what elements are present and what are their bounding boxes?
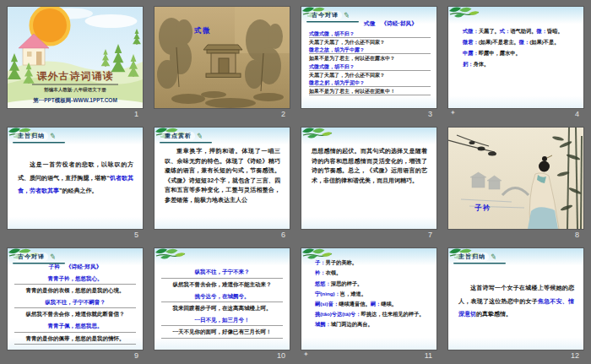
paragraph-body: 思想感情的起伏。而其句式的选择又是随着诗的内容和思想感情而灵活变化的，增强了诗的… [312, 146, 427, 185]
paragraph-segment: 的真挚感情。 [476, 310, 512, 317]
annotation-segment: 继续通音信。 [339, 301, 371, 307]
annotation-line: 中露：即露中，露水中。 [463, 48, 578, 59]
section-header: 主旨归纳✎ [455, 253, 496, 262]
poem-line: 青青的是你的佩带，悠悠的是我的情怀。 [14, 332, 136, 344]
cover-title: 课外古诗词诵读 [8, 69, 143, 83]
slide-content: 思想感情的起伏。而其句式的选择又是随着诗的内容和思想感情而灵活变化的，增强了诗的… [301, 128, 436, 229]
animation-indicator-icon: ✦ [303, 350, 309, 358]
slide-footer: 1 [8, 108, 143, 119]
section-header-label: 主旨归纳 [14, 132, 48, 141]
annotation-line: 躬：身体。 [463, 58, 578, 69]
header-underline [160, 142, 212, 143]
poem-line: 一天不见你的面呵，好像已有三月长呵！ [161, 326, 283, 338]
ink-painting-lady [448, 128, 583, 229]
annotation-segment: 天黑了。 [479, 29, 500, 35]
slide-footer: 8 [448, 229, 583, 240]
slide-cell: 式微：天黑了。式：语气助词。微：昏暗。微君：(如果)不是君主。微：(如果)不是。… [448, 7, 583, 120]
slide-footer: ✦4 [448, 108, 583, 119]
section-header-label: 重点赏析 [161, 132, 195, 141]
paragraph-segment: ”的经典之作。 [59, 187, 98, 193]
slide-content: 子：男子的美称。衿：衣领。悠悠：深思的样子。宁(nìng)：岂，难道。嗣(sì)… [301, 248, 436, 350]
slide-footer: ✦11 [301, 350, 436, 361]
slide-thumbnail-5[interactable]: 主旨归纳✎这是一首劳役者的悲歌，以咏叹的方式、质问的语气，直抒胸臆，堪称“饥者歌… [8, 128, 143, 229]
animation-indicator-icon: ✦ [450, 109, 456, 117]
annotation-segment: (如果)不是。 [529, 39, 559, 45]
annotation-segment: 语气助词。 [510, 29, 536, 35]
annotation-segment: 微： [519, 39, 530, 45]
slide-thumbnail-11[interactable]: 子：男子的美称。衿：衣领。悠悠：深思的样子。宁(nìng)：岂，难道。嗣(sì)… [301, 248, 436, 350]
slide-footer: 2 [155, 108, 290, 119]
slide-thumbnail-9[interactable]: 古今对译✎子衿 《诗经·郑风》青青子衿，悠悠我心。青青的是你的衣领，悠悠的是我的… [8, 248, 143, 350]
annotation-segment: 式： [500, 29, 511, 35]
slide-thumbnail-12[interactable]: 主旨归纳✎这首诗写一个女子在城楼上等候她的恋人，表现了这位热恋中的女子焦急不安、… [448, 248, 583, 350]
slide-thumbnail-2[interactable]: 式微 [155, 7, 290, 108]
pencil-icon: ✎ [49, 252, 57, 262]
slide-sorter-grid: 课外古诗词诵读部编本人教版·八年级语文下册第一PPT模板网-WWW.1PPT.C… [0, 0, 591, 361]
translation-body: 子衿 《诗经·郑风》青青子衿，悠悠我心。青青的是你的衣领，悠悠的是我的心境。纵我… [8, 263, 143, 345]
slide-thumbnail-8[interactable]: 子衿 [448, 128, 583, 229]
poem-line: 微君之故，胡为乎中露？ [309, 46, 431, 54]
poem-line: 天黑了天黑了，为什么还不回家？ [309, 71, 431, 79]
annotation-segment: 男子的美称。 [326, 260, 358, 266]
poem-line: 青青的是你的衣领，悠悠的是我的心境。 [14, 285, 136, 296]
cover-subtitle: 部编本人教版·八年级语文下册 [8, 87, 143, 94]
poem-line: 如果不是为了君主，何以还在泥浆中！ [309, 87, 431, 95]
slide-thumbnail-4[interactable]: 式微：天黑了。式：语气助词。微：昏暗。微君：(如果)不是君主。微：(如果)不是。… [448, 7, 583, 108]
slide-number: 9 [134, 351, 138, 360]
leaf-decoration-icon [155, 248, 187, 263]
slide-content: 主旨归纳✎这是一首劳役者的悲歌，以咏叹的方式、质问的语气，直抒胸臆，堪称“饥者歌… [8, 128, 143, 229]
slide-content: 式微 [155, 7, 290, 108]
poem-line: 青青子衿，悠悠我心。 [14, 273, 136, 285]
slide-footer: 10 [155, 350, 290, 361]
header-underline [306, 21, 359, 22]
annotation-segment: 子： [315, 260, 326, 266]
ink-painting-pavilion [155, 7, 290, 108]
annotation-segment: 即露中，露水中。 [479, 50, 521, 56]
annotation-segment: 微君： [463, 39, 479, 45]
slide-thumbnail-6[interactable]: 重点赏析✎重章换字，押韵和谐。体现了一唱三叹、余味无穷的特色。体现了《诗经》精巧… [155, 128, 290, 229]
slide-thumbnail-1[interactable]: 课外古诗词诵读部编本人教版·八年级语文下册第一PPT模板网-WWW.1PPT.C… [8, 7, 143, 108]
poem-line: 如果不是为了君主，何以还在露水中？ [309, 54, 431, 62]
section-header: 主旨归纳✎ [14, 132, 56, 141]
poem-line: 式微式微，胡不归？ [309, 30, 431, 38]
slide-thumbnail-3[interactable]: 古今对译✎式微 《诗经·邶风》式微式微，胡不归？天黑了天黑了，为什么还不回家？微… [301, 7, 436, 108]
pencil-icon: ✎ [343, 10, 350, 20]
slide-number: 2 [281, 110, 285, 118]
annotation-line: 式微：天黑了。式：语气助词。微：昏暗。 [463, 26, 578, 37]
slide-number: 10 [277, 351, 285, 360]
annotation-segment: 衣领。 [326, 270, 342, 276]
paragraph-segment: 思想感情的起伏。而其句式的选择又是随着诗的内容和思想感情而灵活变化的，增强了诗的… [312, 148, 427, 183]
poem-line: 微君之躬，胡为乎泥中？ [309, 79, 431, 87]
annotation-line: 挑(tāo)兮达(tà)兮：即挑达，往来相见的样子。 [315, 309, 430, 319]
paragraph-body: 重章换字，押韵和谐。体现了一唱三叹、余味无穷的特色。体现了《诗经》精巧凝练的语言… [165, 146, 280, 204]
annotation-line: 宁(nìng)：岂，难道。 [315, 289, 430, 299]
slide-content: 主旨归纳✎这首诗写一个女子在城楼上等候她的恋人，表现了这位热恋中的女子焦急不安、… [448, 248, 583, 350]
annotation-segment: 式微： [463, 29, 479, 35]
annotation-segment: 嗣(sì)音： [315, 301, 339, 307]
translation-body: 式微 《诗经·邶风》式微式微，胡不归？天黑了天黑了，为什么还不回家？微君之故，胡… [301, 19, 436, 95]
slide-thumbnail-7[interactable]: 思想感情的起伏。而其句式的选择又是随着诗的内容和思想感情而灵活变化的，增强了诗的… [301, 128, 436, 229]
slide-thumbnail-10[interactable]: 纵我不往，子宁不来？纵然我不曾去会你，难道你不能主动来？挑兮达兮，在城阙兮。我来… [155, 248, 290, 350]
poem-line: 式微式微，胡不归？ [309, 62, 431, 71]
poem-line: 纵我不往，子宁不来？ [161, 266, 283, 278]
slide-footer: 12 [448, 350, 583, 361]
slide-content: 重点赏析✎重章换字，押韵和谐。体现了一唱三叹、余味无穷的特色。体现了《诗经》精巧… [155, 128, 290, 229]
paragraph-body: 这是一首劳役者的悲歌，以咏叹的方式、质问的语气，直抒胸臆，堪称“饥者歌其食，劳者… [18, 158, 133, 197]
pencil-icon: ✎ [49, 131, 57, 141]
slide-number: 8 [575, 231, 579, 239]
title-divider [32, 84, 118, 85]
section-header: 重点赏析✎ [161, 132, 203, 141]
slide-footer: 3 [301, 108, 436, 119]
poem-line: 天黑了天黑了，为什么还不回家？ [309, 38, 431, 46]
slide-cell: 古今对译✎子衿 《诗经·郑风》青青子衿，悠悠我心。青青的是你的衣领，悠悠的是我的… [8, 248, 143, 361]
annotation-segment: 微： [537, 29, 548, 35]
annotation-segment: 岂，难道。 [340, 291, 366, 296]
annotation-segment: 城门两边的高台。 [331, 322, 373, 328]
slide-number: 1 [134, 110, 138, 118]
slide-number: 12 [571, 351, 579, 360]
header-underline [13, 263, 65, 263]
poem-title: 子衿 《诗经·郑风》 [14, 263, 136, 270]
annotation-segment: 深思的样子。 [331, 280, 363, 286]
annotation-segment: 继续。 [381, 301, 397, 307]
slide-footer: 7 [301, 229, 436, 240]
